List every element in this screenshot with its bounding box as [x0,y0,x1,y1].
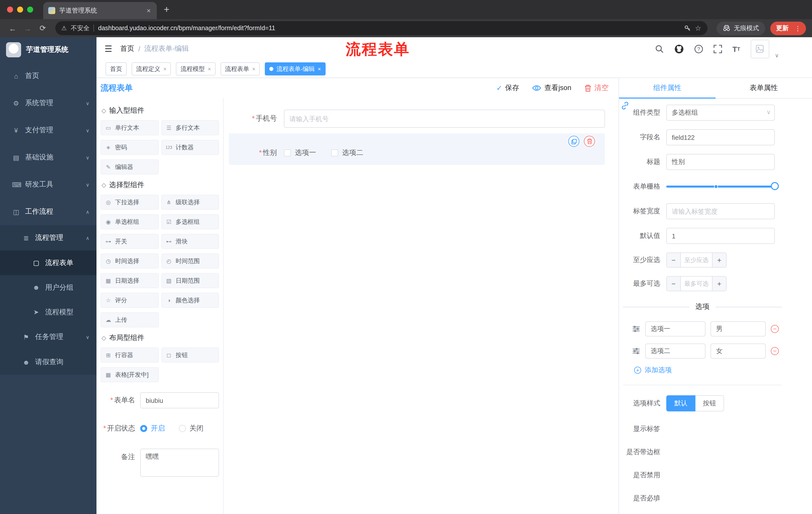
tag-process-form-edit[interactable]: 流程表单-编辑 × [265,62,326,76]
tag-close-icon[interactable]: × [208,66,211,72]
fullscreen-icon[interactable] [713,45,722,53]
close-window-button[interactable] [7,6,13,12]
form-remark-textarea[interactable]: 嘿嘿 [140,449,219,477]
copy-widget-button[interactable] [568,136,579,147]
sidebar-item-process-model[interactable]: ➤ 流程模型 [0,300,96,324]
address-bar[interactable]: ⚠ 不安全 dashboard.yudao.iocoder.cn/bpm/man… [55,21,707,35]
status-off-radio[interactable]: 关闭 [179,424,203,433]
remove-option-icon[interactable]: − [771,325,779,333]
tag-process-form[interactable]: 流程表单 × [221,62,260,76]
avatar-caret-icon[interactable]: ∨ [775,52,779,59]
tag-close-icon[interactable]: × [163,66,167,72]
component-item[interactable]: ◑颜色选择 [161,293,219,308]
hamburger-icon[interactable]: ☰ [96,44,112,54]
component-item[interactable]: ☰多行文本 [161,120,219,135]
slider-track[interactable] [666,186,775,188]
component-item[interactable]: ☁上传 [100,312,158,327]
forward-icon[interactable]: → [21,24,34,32]
component-item[interactable]: ▦日期选择 [100,273,158,288]
component-item[interactable]: ▦表格[开发中] [100,367,158,382]
minimize-window-button[interactable] [17,6,23,12]
max-select-value[interactable]: 最多可选 [681,277,712,291]
component-item[interactable]: ⊞行容器 [100,348,158,362]
tab-form-props[interactable]: 表单属性 [716,78,812,98]
sidebar-item-devtools[interactable]: ⌨ 研发工具 ∨ [0,171,96,198]
breadcrumb-home[interactable]: 首页 [120,44,135,53]
increase-button[interactable]: + [712,253,726,267]
sidebar-item-system[interactable]: ⚙ 系统管理 ∨ [0,89,96,117]
form-name-input[interactable] [140,392,219,408]
browser-menu-icon[interactable]: ⋮ [792,24,804,32]
reload-icon[interactable]: ⟳ [36,24,49,33]
component-item[interactable]: ∗密码 [100,140,158,155]
zoom-window-button[interactable] [27,6,33,12]
component-item[interactable]: ◴时间范围 [161,253,219,269]
increase-button[interactable]: + [712,277,726,291]
field-phone[interactable]: *手机号 [229,110,605,128]
sidebar-item-payment[interactable]: ¥ 支付管理 ∨ [0,117,96,144]
sidebar-item-workflow[interactable]: ◫ 工作流程 ∧ [0,198,96,225]
tab-component-props[interactable]: 组件属性 [619,78,716,98]
label-width-input[interactable] [666,203,775,219]
back-icon[interactable]: ← [6,24,19,32]
decrease-button[interactable]: − [667,253,681,267]
component-item[interactable]: 123计数器 [161,140,219,155]
component-item[interactable]: ▧日期范围 [161,273,219,288]
drag-handle-icon[interactable] [632,325,640,332]
component-item[interactable]: ◉单选框组 [100,214,158,229]
sidebar-item-user-group[interactable]: ☻ 用户分组 [0,275,96,300]
field-name-input[interactable] [666,129,775,145]
link-icon[interactable] [620,101,630,110]
option-label-input[interactable] [645,344,705,359]
tag-close-icon[interactable]: × [318,66,321,72]
sidebar-item-process-form[interactable]: ▢ 流程表单 [0,250,96,275]
component-item[interactable]: ☑多选框组 [161,214,219,229]
sidebar-item-process-management[interactable]: ≣ 流程管理 ∧ [0,225,96,250]
bookmark-star-icon[interactable]: ☆ [695,24,701,32]
password-key-icon[interactable] [684,25,691,32]
avatar[interactable] [751,39,769,58]
option-value-input[interactable] [710,321,766,336]
font-size-icon[interactable]: TT [732,45,740,53]
component-item[interactable]: ⊶开关 [100,234,158,249]
help-icon[interactable]: ? [694,45,703,53]
sidebar-item-infrastructure[interactable]: ▤ 基础设施 ∨ [0,144,96,171]
save-button[interactable]: ✓ 保存 [496,83,519,92]
component-item[interactable]: ▭单行文本 [100,120,158,135]
field-gender-selected[interactable]: *性别 选项一 选项二 [229,133,605,165]
component-type-select[interactable]: ∨ [666,105,775,121]
style-button-button[interactable]: 按钮 [695,395,724,411]
decrease-button[interactable]: − [667,277,681,291]
update-button[interactable]: 更新 ⋮ [770,21,806,35]
tag-process-model[interactable]: 流程模型 × [176,62,215,76]
default-value-input[interactable] [666,228,775,244]
github-icon[interactable] [674,44,684,54]
view-json-button[interactable]: 查看json [532,83,571,92]
tab-close-icon[interactable]: × [146,6,152,15]
min-select-value[interactable]: 至少应选 [681,253,712,267]
component-item[interactable]: ✎编辑器 [100,159,158,174]
clear-button[interactable]: 清空 [584,83,609,92]
status-on-radio[interactable]: 开启 [140,424,165,433]
sidebar-item-home[interactable]: ⌂ 首页 [0,62,96,89]
style-default-button[interactable]: 默认 [666,395,695,411]
phone-input[interactable] [284,110,605,128]
component-item[interactable]: ◻按钮 [161,348,219,362]
option-label-input[interactable] [645,321,705,336]
drag-handle-icon[interactable] [632,348,640,355]
title-input[interactable] [666,154,775,170]
form-canvas[interactable]: *手机号 [224,98,618,514]
checkbox-option-1[interactable]: 选项一 [284,148,316,157]
tag-close-icon[interactable]: × [252,66,256,72]
checkbox-option-2[interactable]: 选项二 [331,148,363,157]
component-item[interactable]: ◎下拉选择 [100,195,158,210]
option-value-input[interactable] [710,344,766,359]
slider-handle[interactable] [771,182,779,190]
component-item[interactable]: ⋔级联选择 [161,195,219,210]
add-option-button[interactable]: + 添加选项 [623,366,782,375]
delete-widget-button[interactable] [584,136,595,147]
grid-slider[interactable] [666,179,775,195]
component-item[interactable]: ⊷滑块 [161,234,219,249]
tag-home[interactable]: 首页 [106,62,127,76]
tag-process-definition[interactable]: 流程定义 × [132,62,171,76]
